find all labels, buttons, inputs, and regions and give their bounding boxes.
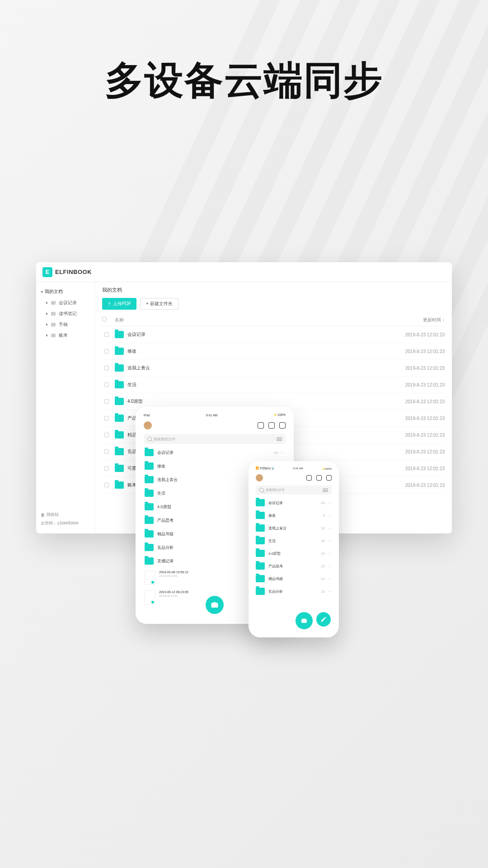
- folder-icon: [145, 476, 154, 483]
- file-time: 2019-8-23 12:01:23: [386, 466, 445, 471]
- row-checkbox[interactable]: [104, 483, 109, 487]
- item-count: 10: [321, 590, 325, 594]
- menu-icon[interactable]: [323, 489, 328, 492]
- row-checkbox[interactable]: [104, 366, 109, 370]
- more-icon[interactable]: ⋯: [328, 552, 332, 556]
- sidebar-root[interactable]: 我的文档: [36, 286, 94, 297]
- folder-icon: [256, 575, 265, 582]
- item-name: 竞品分析: [157, 545, 174, 551]
- file-name: 送我上青云: [127, 365, 150, 371]
- add-icon[interactable]: [316, 475, 322, 481]
- phone-search[interactable]: 搜索我的文件: [256, 486, 332, 495]
- folder-icon: [115, 398, 124, 405]
- list-item[interactable]: 会议记录 20⋯: [252, 496, 335, 509]
- sidebar-item-ledger[interactable]: 账本: [36, 330, 94, 341]
- upload-icon: ⇡: [108, 302, 111, 307]
- item-count: 15: [321, 564, 325, 568]
- table-row[interactable]: 会议记录 2019-8-23 12:01:23: [102, 326, 445, 343]
- more-icon[interactable]: ⋯: [328, 590, 332, 594]
- row-checkbox[interactable]: [104, 466, 109, 471]
- col-name[interactable]: 名称: [111, 317, 386, 323]
- edit-fab[interactable]: [316, 612, 331, 627]
- row-checkbox[interactable]: [104, 349, 109, 354]
- camera-fab[interactable]: [206, 596, 224, 614]
- list-item[interactable]: 修改 8⋯: [252, 509, 335, 522]
- list-item[interactable]: 精品书籍 12⋯: [252, 572, 335, 585]
- item-count: 20: [274, 451, 278, 455]
- folder-icon: [115, 415, 124, 422]
- item-name: 竞品分析: [268, 589, 283, 594]
- sidebar-item-reading[interactable]: 读书笔记: [36, 308, 94, 319]
- list-item[interactable]: 竞品分析 10⋯: [252, 585, 335, 598]
- table-row[interactable]: 修改 2019-8-23 12:01:23: [102, 343, 445, 360]
- doc-date: 2018-03-08 19:56:12: [159, 571, 188, 574]
- list-item[interactable]: 会议记录 20⋯: [140, 446, 289, 459]
- camera-icon: [211, 601, 219, 609]
- file-name: 会议记录: [127, 331, 145, 338]
- new-folder-button[interactable]: + 新建文件夹: [140, 298, 178, 310]
- item-name: 送我上青云: [157, 477, 178, 483]
- list-item[interactable]: 生活 18⋯: [252, 534, 335, 547]
- upload-pdf-button[interactable]: ⇡上传PDF: [102, 298, 136, 310]
- more-icon[interactable]: ⋯: [328, 539, 332, 543]
- item-name: 会议记录: [157, 450, 174, 456]
- file-time: 2019-8-23 12:01:23: [386, 483, 445, 488]
- folder-icon: [115, 448, 124, 455]
- brand-logo-icon: E: [42, 267, 52, 277]
- clock-icon[interactable]: [326, 475, 332, 481]
- col-time[interactable]: 更新时间 ↓: [386, 317, 445, 323]
- folder-icon: [115, 431, 124, 439]
- item-name: 产品思考: [268, 564, 283, 569]
- row-checkbox[interactable]: [104, 399, 109, 404]
- item-count: 16: [321, 526, 325, 530]
- more-icon[interactable]: ⋯: [328, 526, 332, 530]
- list-item[interactable]: 送我上青云 16⋯: [252, 522, 335, 534]
- file-time: 2019-8-23 12:01:23: [386, 366, 445, 371]
- tablet-search[interactable]: 搜索我的文件: [144, 434, 286, 444]
- more-icon[interactable]: ⋯: [328, 577, 332, 581]
- phone-device: 📶 中国移动 📡 9:41 AM ⚡100% 搜索我的文件 会议记录 20⋯ 修…: [249, 461, 339, 637]
- item-name: 生活: [268, 538, 276, 543]
- folder-icon: [115, 364, 124, 372]
- add-icon[interactable]: [268, 422, 275, 429]
- check-icon[interactable]: [258, 422, 264, 429]
- item-count: 20: [321, 501, 325, 505]
- more-icon[interactable]: ⋯: [328, 501, 332, 505]
- file-time: 2019-8-23 12:01:23: [386, 433, 445, 438]
- file-time: 2019-8-23 12:01:23: [386, 399, 445, 404]
- sidebar-item-meeting[interactable]: 会议记录: [36, 297, 94, 308]
- item-count: 8: [323, 514, 325, 518]
- item-name: 4.0原型: [157, 504, 171, 510]
- row-checkbox[interactable]: [104, 449, 109, 454]
- phone-statusbar: 📶 中国移动 📡 9:41 AM ⚡100%: [252, 465, 335, 472]
- sidebar-item-draft[interactable]: 手稿: [36, 319, 94, 330]
- check-icon[interactable]: [306, 475, 312, 481]
- menu-icon[interactable]: [277, 438, 282, 441]
- clock-icon[interactable]: [279, 422, 286, 429]
- list-item[interactable]: 产品思考 15⋯: [252, 560, 335, 572]
- more-icon[interactable]: ⋯: [328, 564, 332, 568]
- table-row[interactable]: 生活 2019-8-23 12:01:23: [102, 377, 445, 393]
- folder-icon: [256, 537, 265, 544]
- folder-icon: [115, 331, 124, 338]
- doc-subdate: 18-03-08 19:56: [159, 575, 188, 577]
- folder-icon: [256, 550, 265, 557]
- folder-icon: [256, 562, 265, 570]
- row-checkbox[interactable]: [104, 416, 109, 420]
- folder-icon: [145, 557, 154, 565]
- tablet-appbar: [140, 419, 289, 432]
- list-item[interactable]: 4.0原型 16⋯: [252, 547, 335, 560]
- more-icon[interactable]: ⋯: [328, 514, 332, 518]
- avatar[interactable]: [144, 421, 152, 429]
- table-row[interactable]: 送我上青云 2019-8-23 12:01:23: [102, 360, 445, 377]
- avatar[interactable]: [256, 474, 263, 481]
- more-icon[interactable]: ⋯: [281, 451, 285, 455]
- select-all-checkbox[interactable]: [102, 317, 107, 321]
- row-checkbox[interactable]: [104, 382, 109, 387]
- folder-icon: [115, 481, 124, 489]
- row-checkbox[interactable]: [104, 433, 109, 437]
- table-header: 名称 更新时间 ↓: [102, 314, 445, 326]
- camera-fab[interactable]: [296, 612, 313, 629]
- trash-link[interactable]: 🗑回收站: [41, 512, 90, 518]
- row-checkbox[interactable]: [104, 332, 109, 337]
